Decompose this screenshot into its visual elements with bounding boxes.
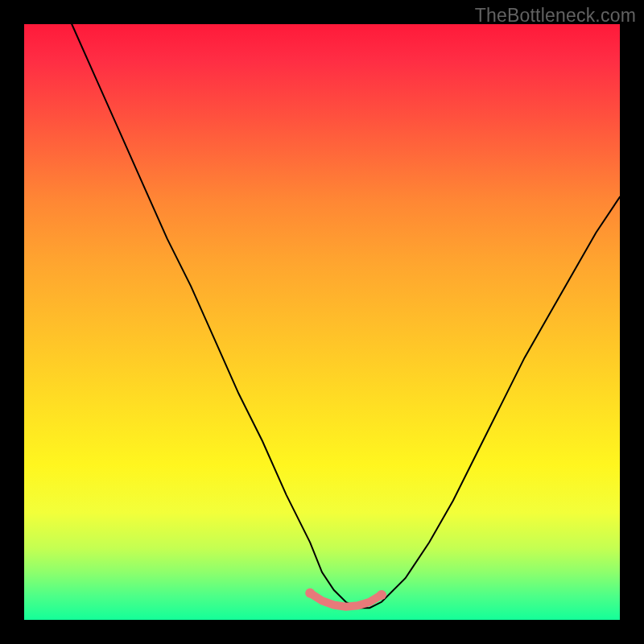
chart-frame: TheBottleneck.com bbox=[0, 0, 644, 644]
plot-area bbox=[24, 24, 620, 620]
red-dot-right bbox=[377, 590, 386, 600]
black-v-curve bbox=[72, 24, 620, 608]
watermark-text: TheBottleneck.com bbox=[475, 5, 636, 27]
red-dot-left bbox=[305, 588, 315, 598]
curve-layer bbox=[24, 24, 620, 620]
red-bottom-segment bbox=[310, 593, 382, 607]
